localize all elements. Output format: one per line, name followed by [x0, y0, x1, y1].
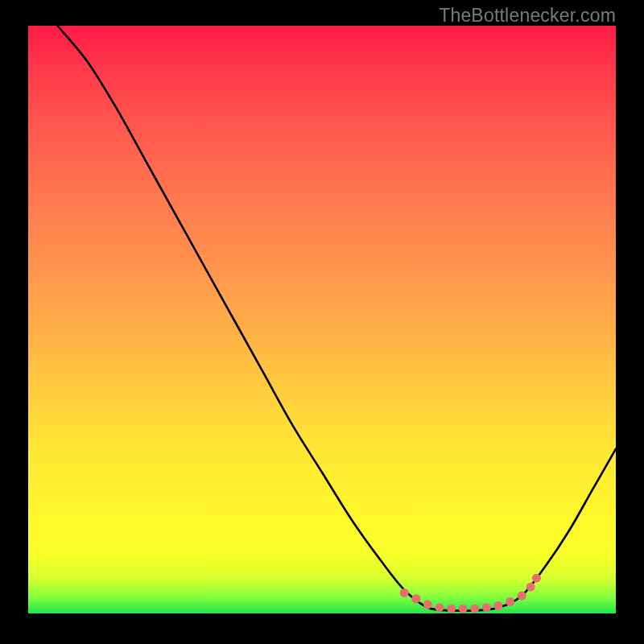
optimal-marker: [470, 605, 479, 613]
optimal-marker: [400, 588, 409, 597]
optimal-marker: [518, 592, 526, 601]
optimal-marker: [447, 605, 456, 613]
chart-frame: TheBottlenecker.com: [0, 0, 644, 644]
chart-overlay: [28, 26, 616, 613]
optimal-marker: [506, 597, 514, 606]
optimal-marker: [423, 601, 432, 609]
optimal-marker: [532, 574, 541, 583]
optimal-marker: [526, 583, 535, 592]
optimal-marker: [459, 605, 468, 613]
optimal-range-markers: [400, 574, 541, 613]
optimal-marker: [482, 603, 491, 612]
optimal-marker: [411, 594, 420, 603]
attribution-text: TheBottlenecker.com: [439, 5, 616, 27]
optimal-marker: [436, 603, 444, 612]
bottleneck-curve: [58, 26, 617, 611]
optimal-marker: [494, 601, 503, 610]
